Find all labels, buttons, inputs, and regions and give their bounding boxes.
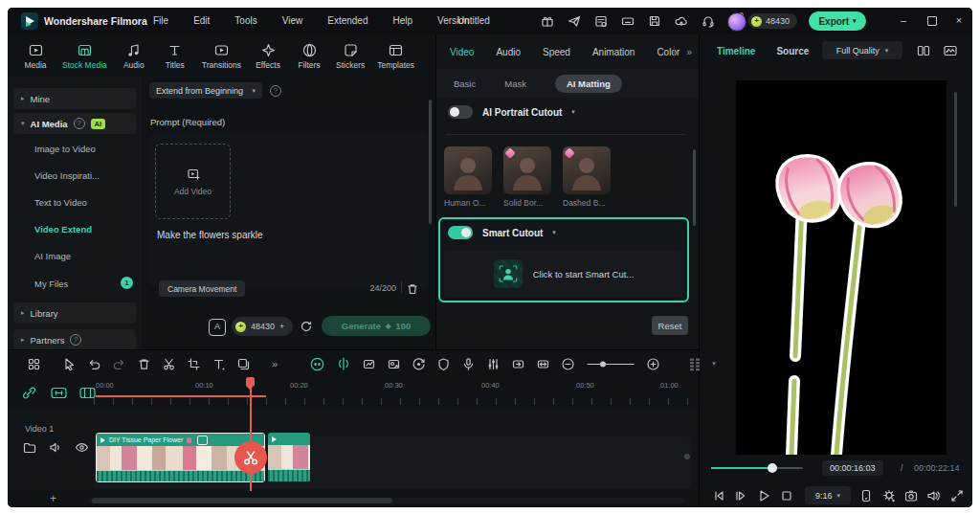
speed-ramp-icon[interactable] (362, 357, 376, 371)
timeline-zoom-slider[interactable] (586, 357, 635, 371)
tab-media[interactable]: Media (21, 42, 50, 70)
extend-mode-dropdown[interactable]: Extend from Beginning▾ (149, 82, 262, 99)
horizontal-scrollbar[interactable] (88, 498, 685, 503)
duplicate-icon[interactable] (236, 357, 251, 371)
timeline-ruler[interactable]: 00:00 00:10 00:20 00:30 00:40 00:50 01:0… (8, 377, 699, 411)
help-icon[interactable]: ? (270, 85, 281, 97)
keyboard-icon[interactable] (620, 13, 635, 29)
tab-templates[interactable]: Templates (377, 42, 414, 70)
help-icon[interactable]: ? (70, 334, 81, 346)
tab-animation[interactable]: Animation (592, 47, 635, 57)
mask-shield-icon[interactable] (436, 357, 451, 371)
sidebar-item-mine[interactable]: ▸ Mine (13, 88, 136, 109)
ripple-edit-icon[interactable] (511, 357, 525, 371)
layout-grid-icon[interactable] (27, 357, 41, 371)
next-frame-icon[interactable] (732, 488, 747, 503)
delete-icon[interactable] (137, 357, 151, 371)
prompt-input-area[interactable]: Add Video Make the flowers sparkle Camer… (149, 134, 429, 287)
tab-stock-media[interactable]: Stock Media (62, 42, 107, 70)
zoom-out-icon[interactable] (561, 357, 575, 371)
menu-extended[interactable]: Extended (327, 15, 368, 26)
sidebar-item-partners[interactable]: ▸ Partners ? (13, 329, 136, 350)
select-cursor-icon[interactable] (62, 357, 77, 371)
panel-scrollbar[interactable] (429, 100, 432, 224)
redo-icon[interactable] (112, 357, 126, 371)
track-manager-icon[interactable] (688, 357, 702, 371)
expand-panel-icon[interactable]: » (686, 47, 692, 57)
clear-prompt-icon[interactable] (406, 282, 419, 296)
tab-color[interactable]: Color (657, 47, 679, 57)
seek-handle[interactable] (768, 463, 777, 473)
refresh-icon[interactable] (300, 320, 313, 333)
tab-transitions[interactable]: Transitions (202, 42, 241, 70)
render-settings-icon[interactable] (881, 488, 897, 503)
device-preview-icon[interactable] (858, 488, 874, 503)
help-icon[interactable]: ? (74, 118, 85, 129)
tab-timeline[interactable]: Timeline (717, 46, 755, 56)
tab-video[interactable]: Video (450, 47, 474, 57)
smart-cutout-toggle[interactable] (448, 226, 473, 239)
sidebar-item-ai-media[interactable]: ▾ AI Media ? AI (13, 113, 136, 134)
credits-badge[interactable]: + 48430 + (232, 317, 293, 336)
unlink-chain-icon[interactable] (21, 385, 37, 401)
preset-solid-border[interactable] (503, 146, 551, 194)
volume-icon[interactable] (925, 488, 941, 503)
menu-help[interactable]: Help (392, 15, 412, 26)
sidebar-item-image-to-video[interactable]: Image to Video (34, 144, 96, 154)
reset-button[interactable]: Reset (652, 316, 688, 335)
playhead-marker[interactable] (246, 377, 255, 386)
play-icon[interactable] (756, 488, 771, 503)
menu-view[interactable]: View (282, 15, 303, 26)
chevron-down-icon[interactable]: ▾ (552, 229, 556, 236)
mute-track-icon[interactable] (49, 441, 62, 454)
keyframe-split-icon[interactable] (336, 356, 351, 371)
start-smart-cutout-button[interactable]: Click to start Smart Cut... (444, 250, 683, 298)
aspect-ratio-dropdown[interactable]: 9:16▾ (805, 486, 851, 504)
scopes-icon[interactable] (943, 43, 958, 58)
tab-titles[interactable]: Titles (161, 42, 189, 70)
text-tool-icon[interactable] (212, 357, 226, 371)
audio-mixer-icon[interactable] (486, 357, 501, 371)
prev-frame-icon[interactable] (711, 488, 726, 503)
preset-dashed-border[interactable] (563, 146, 611, 194)
playhead-line[interactable] (250, 377, 252, 491)
ai-translate-icon[interactable]: A (209, 319, 226, 336)
tab-stickers[interactable]: Stickers (336, 42, 365, 70)
subtab-ai-matting[interactable]: AI Matting (555, 75, 622, 93)
sidebar-item-text-to-video[interactable]: Text to Video (34, 197, 87, 208)
ai-copilot-icon[interactable] (309, 356, 325, 372)
subtab-mask[interactable]: Mask (504, 78, 526, 89)
video-clip-after-cut[interactable] (268, 433, 310, 482)
cloud-upload-icon[interactable] (674, 13, 689, 29)
chevron-down-icon[interactable]: ▾ (571, 108, 575, 116)
menu-file[interactable]: File (153, 15, 168, 26)
sidebar-item-ai-image[interactable]: AI Image (34, 251, 71, 261)
preview-scrollbar[interactable] (954, 92, 957, 207)
split-view-icon[interactable] (916, 43, 931, 58)
track-scrollbar-handle[interactable] (684, 454, 690, 459)
record-icon[interactable] (412, 357, 426, 371)
save-icon[interactable] (647, 13, 662, 29)
subtab-basic[interactable]: Basic (454, 78, 476, 89)
sidebar-item-video-inspiration[interactable]: Video Inspirati... (34, 170, 100, 181)
split-scissors-icon[interactable] (162, 357, 176, 371)
camera-movement-button[interactable]: Camera Movement (159, 280, 245, 297)
seek-bar[interactable] (711, 467, 803, 469)
fullscreen-icon[interactable] (949, 488, 965, 503)
tab-filters[interactable]: Filters (295, 42, 323, 70)
link-clip-icon[interactable] (50, 385, 68, 401)
sidebar-item-my-files[interactable]: My Files (34, 279, 68, 289)
crop-icon[interactable] (187, 357, 201, 371)
close-button[interactable]: × (951, 13, 967, 29)
chroma-key-icon[interactable] (387, 357, 401, 371)
scrollbar-handle[interactable] (92, 498, 392, 503)
voiceover-mic-icon[interactable] (461, 357, 476, 371)
sidebar-item-library[interactable]: ▸ Library (13, 302, 136, 324)
hide-track-icon[interactable] (75, 441, 89, 454)
zoom-in-icon[interactable] (646, 357, 660, 371)
task-list-icon[interactable] (593, 13, 609, 29)
video-viewport[interactable] (736, 80, 947, 455)
menu-edit[interactable]: Edit (193, 15, 210, 26)
trim-icon[interactable] (536, 357, 550, 371)
maximize-button[interactable] (924, 13, 940, 29)
